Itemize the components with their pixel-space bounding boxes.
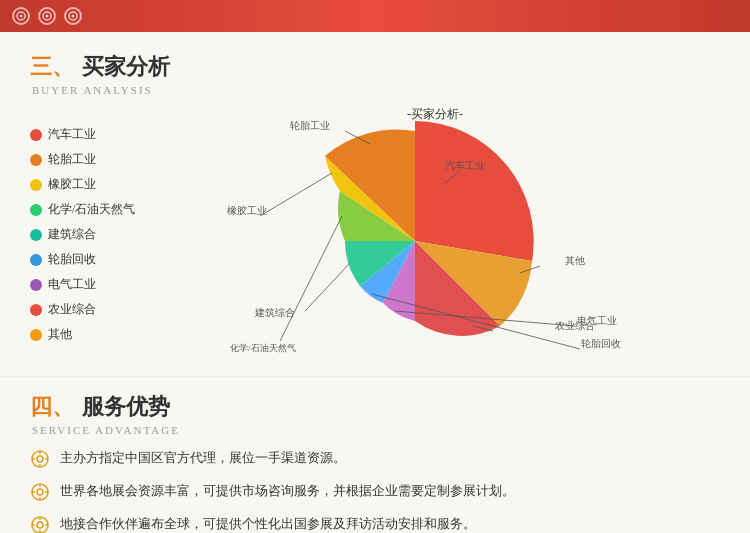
service-icon-1 [30, 482, 50, 502]
top-bar-icon-1 [12, 7, 30, 25]
legend-dot-8 [30, 329, 42, 341]
label-other: 其他 [565, 255, 585, 266]
svg-point-7 [37, 456, 43, 462]
svg-point-19 [37, 522, 43, 528]
label-line-const [305, 263, 350, 311]
legend-dot-0 [30, 129, 42, 141]
svg-point-13 [37, 489, 43, 495]
legend-label-8: 其他 [48, 326, 72, 343]
label-rubber: 橡胶工业 [227, 205, 267, 216]
legend-item-2: 橡胶工业 [30, 176, 150, 193]
legend-dot-6 [30, 279, 42, 291]
chart-title: -买家分析- [407, 106, 463, 123]
section3-title-en: BUYER ANALYSIS [32, 84, 720, 96]
chart-legend: 汽车工业 轮胎工业 橡胶工业 化学/石油天然气 建筑综合 [30, 106, 150, 366]
legend-label-0: 汽车工业 [48, 126, 96, 143]
top-bar-icon-3 [64, 7, 82, 25]
legend-dot-3 [30, 204, 42, 216]
legend-label-4: 建筑综合 [48, 226, 96, 243]
svg-point-1 [20, 15, 23, 18]
svg-point-5 [72, 15, 75, 18]
label-elec: 电气工业 [577, 315, 617, 326]
section3-body: 汽车工业 轮胎工业 橡胶工业 化学/石油天然气 建筑综合 [30, 106, 720, 366]
service-icon-2 [30, 515, 50, 533]
label-const: 建筑综合 [254, 307, 295, 318]
section3-num: 三、 [30, 52, 74, 82]
section3-title-zh: 买家分析 [82, 52, 170, 82]
legend-label-1: 轮胎工业 [48, 151, 96, 168]
service-items: 主办方指定中国区官方代理，展位一手渠道资源。 世界各地展会资源丰富，可提供市场咨… [30, 448, 720, 533]
section4-title-row: 四、 服务优势 [30, 392, 720, 422]
legend-dot-2 [30, 179, 42, 191]
legend-label-7: 农业综合 [48, 301, 96, 318]
legend-item-5: 轮胎回收 [30, 251, 150, 268]
svg-point-3 [46, 15, 49, 18]
legend-item-1: 轮胎工业 [30, 151, 150, 168]
section3-title-row: 三、 买家分析 [30, 52, 720, 82]
label-line-chem [280, 216, 342, 341]
label-chem: 化学/石油天然气 [230, 343, 296, 353]
label-line-rubber [260, 173, 332, 216]
main-content: 三、 买家分析 BUYER ANALYSIS 汽车工业 轮胎工业 橡胶工业 [0, 32, 750, 533]
legend-item-7: 农业综合 [30, 301, 150, 318]
section4-num: 四、 [30, 392, 74, 422]
legend-label-6: 电气工业 [48, 276, 96, 293]
section4-title-zh: 服务优势 [82, 392, 170, 422]
section3-buyer-analysis: 三、 买家分析 BUYER ANALYSIS 汽车工业 轮胎工业 橡胶工业 [0, 32, 750, 376]
legend-item-0: 汽车工业 [30, 126, 150, 143]
section4-service-advantage: 四、 服务优势 SERVICE ADVANTAGE 主办方指定中国区官方代理，展… [0, 376, 750, 533]
legend-dot-7 [30, 304, 42, 316]
section4-title-en: SERVICE ADVANTAGE [32, 424, 720, 436]
label-tire: 轮胎工业 [290, 120, 330, 131]
pie-chart-area: -买家分析- [150, 106, 720, 366]
legend-label-2: 橡胶工业 [48, 176, 96, 193]
service-icon-0 [30, 449, 50, 469]
service-item-1: 世界各地展会资源丰富，可提供市场咨询服务，并根据企业需要定制参展计划。 [30, 481, 720, 502]
label-tire-rec: 轮胎回收 [581, 338, 621, 349]
segment-automotive [415, 121, 534, 261]
service-item-0: 主办方指定中国区官方代理，展位一手渠道资源。 [30, 448, 720, 469]
service-text-1: 世界各地展会资源丰富，可提供市场咨询服务，并根据企业需要定制参展计划。 [60, 481, 515, 502]
legend-item-3: 化学/石油天然气 [30, 201, 150, 218]
legend-dot-1 [30, 154, 42, 166]
service-item-2: 地接合作伙伴遍布全球，可提供个性化出国参展及拜访活动安排和服务。 [30, 514, 720, 533]
service-text-2: 地接合作伙伴遍布全球，可提供个性化出国参展及拜访活动安排和服务。 [60, 514, 476, 533]
legend-item-4: 建筑综合 [30, 226, 150, 243]
label-automotive: 汽车工业 [445, 160, 485, 171]
legend-item-6: 电气工业 [30, 276, 150, 293]
legend-dot-5 [30, 254, 42, 266]
legend-dot-4 [30, 229, 42, 241]
legend-item-8: 其他 [30, 326, 150, 343]
top-bar [0, 0, 750, 32]
service-text-0: 主办方指定中国区官方代理，展位一手渠道资源。 [60, 448, 346, 469]
legend-label-5: 轮胎回收 [48, 251, 96, 268]
legend-label-3: 化学/石油天然气 [48, 201, 135, 218]
top-bar-icon-2 [38, 7, 56, 25]
pie-chart-svg: 汽车工业 其他 农业综合 电气工业 轮胎回收 建筑综合 [225, 111, 645, 361]
